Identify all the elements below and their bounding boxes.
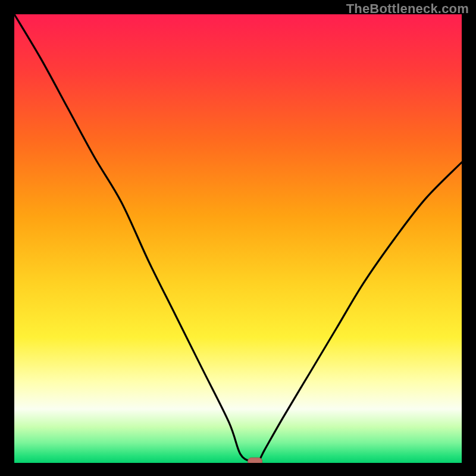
plot-area xyxy=(14,14,462,463)
optimal-marker xyxy=(248,458,262,463)
chart-frame: TheBottleneck.com xyxy=(0,0,476,476)
bottleneck-chart xyxy=(14,14,462,463)
